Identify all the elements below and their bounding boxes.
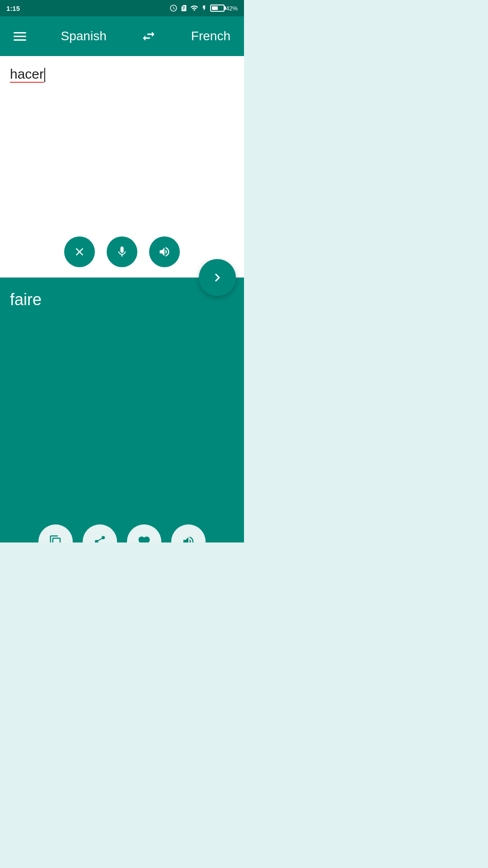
favorite-button[interactable] <box>127 524 161 542</box>
share-icon <box>93 535 107 542</box>
charging-icon <box>201 4 207 12</box>
target-language-label[interactable]: French <box>191 29 230 43</box>
hamburger-line-3 <box>14 39 26 41</box>
status-bar: 1:15 42% <box>0 0 244 16</box>
input-panel: hacer <box>0 56 244 278</box>
top-bar: Spanish French <box>0 16 244 56</box>
alarm-icon <box>169 4 178 12</box>
battery-percent: 42% <box>226 5 238 12</box>
send-icon <box>209 269 225 286</box>
status-time: 1:15 <box>6 5 20 12</box>
input-text-display[interactable]: hacer <box>10 66 45 81</box>
output-action-buttons <box>38 524 206 542</box>
hamburger-line-2 <box>14 36 26 37</box>
swap-languages-button[interactable] <box>141 28 156 44</box>
hamburger-line-1 <box>14 32 26 33</box>
hamburger-menu-button[interactable] <box>14 32 26 41</box>
speak-source-button[interactable] <box>149 236 180 267</box>
input-word: hacer <box>10 66 44 83</box>
mic-icon <box>116 245 128 258</box>
text-cursor <box>44 68 45 82</box>
listen-translation-button[interactable] <box>171 524 206 542</box>
battery-icon <box>210 5 225 12</box>
speaker-icon <box>182 535 195 542</box>
close-icon <box>73 245 86 258</box>
battery-fill <box>212 6 218 10</box>
microphone-button[interactable] <box>107 236 137 267</box>
battery-tip <box>224 6 226 10</box>
status-icons: 42% <box>169 4 238 12</box>
heart-icon <box>137 535 151 542</box>
battery-container: 42% <box>210 5 238 12</box>
clear-button[interactable] <box>64 236 95 267</box>
share-button[interactable] <box>83 524 117 542</box>
copy-button[interactable] <box>38 524 73 542</box>
translate-button[interactable] <box>199 259 236 296</box>
input-action-buttons <box>64 236 180 267</box>
sim-icon <box>180 5 188 12</box>
source-language-label[interactable]: Spanish <box>61 29 107 43</box>
translation-panel: faire <box>0 278 244 542</box>
signal-icon <box>190 4 198 12</box>
copy-icon <box>49 535 62 542</box>
volume-icon <box>158 245 171 258</box>
translation-output: faire <box>10 290 42 309</box>
